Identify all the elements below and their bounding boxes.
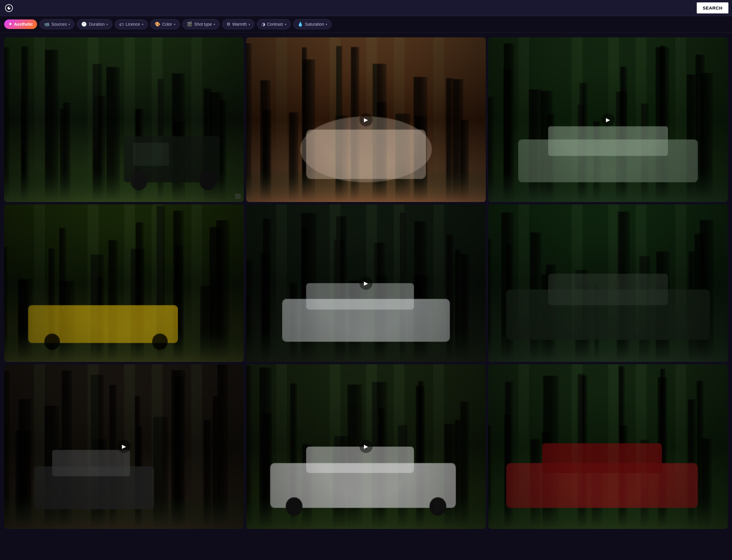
search-button[interactable]: SEARCH bbox=[697, 2, 728, 13]
filter-chip-saturation[interactable]: 💧 Saturation ▾ bbox=[293, 19, 332, 29]
filter-chip-duration[interactable]: 🕐 Duration ▾ bbox=[77, 19, 112, 29]
thumbnail-canvas bbox=[488, 364, 728, 529]
chevron-icon: ▾ bbox=[285, 23, 286, 26]
filter-label-color: Color bbox=[162, 22, 172, 27]
watermark-logo: ⬛ bbox=[235, 193, 241, 199]
svg-point-2 bbox=[9, 7, 10, 8]
duration-icon: 🕐 bbox=[81, 22, 87, 27]
video-thumbnail[interactable]: ▶ bbox=[246, 364, 486, 529]
chevron-icon: ▾ bbox=[326, 23, 327, 26]
filter-chip-warmth[interactable]: ⚙ Warmth ▾ bbox=[222, 19, 254, 29]
video-thumbnail[interactable] bbox=[488, 364, 728, 529]
video-thumbnail[interactable]: ▶ bbox=[246, 37, 486, 202]
video-grid: ⬛▶▶▶▶▶ bbox=[0, 33, 732, 534]
filter-label-contrast: Contrast bbox=[267, 22, 283, 27]
search-bar: a car in the forest SEARCH bbox=[0, 0, 732, 16]
filter-chip-aesthetic[interactable]: ✦ Aesthetic bbox=[4, 19, 37, 29]
filter-label-shot-type: Shot type bbox=[194, 22, 212, 27]
video-thumbnail[interactable]: ▶ bbox=[488, 37, 728, 202]
filter-bar: ✦ Aesthetic 📹 Sources ▾🕐 Duration ▾🏷 Lic… bbox=[0, 16, 732, 33]
chevron-icon: ▾ bbox=[214, 23, 215, 26]
play-button[interactable]: ▶ bbox=[360, 440, 372, 453]
thumbnail-canvas bbox=[4, 37, 244, 202]
licence-icon: 🏷 bbox=[119, 22, 124, 27]
filter-label-saturation: Saturation bbox=[305, 22, 324, 27]
play-button[interactable]: ▶ bbox=[360, 113, 372, 126]
contrast-icon: ◑ bbox=[262, 22, 265, 27]
chevron-icon: ▾ bbox=[249, 23, 250, 26]
video-thumbnail[interactable] bbox=[488, 204, 728, 362]
eye-icon bbox=[4, 3, 14, 13]
filter-chip-contrast[interactable]: ◑ Contrast ▾ bbox=[257, 19, 291, 29]
color-icon: 🎨 bbox=[155, 22, 161, 27]
chevron-icon: ▾ bbox=[68, 23, 70, 26]
svg-point-1 bbox=[7, 7, 10, 10]
chevron-icon: ▾ bbox=[142, 23, 143, 26]
filter-chip-licence[interactable]: 🏷 Licence ▾ bbox=[115, 19, 148, 29]
video-thumbnail[interactable]: ▶ bbox=[4, 364, 244, 529]
filter-chip-color[interactable]: 🎨 Color ▾ bbox=[150, 19, 180, 29]
video-thumbnail[interactable]: ▶ bbox=[246, 204, 486, 362]
filter-chip-shot-type[interactable]: 🎬 Shot type ▾ bbox=[182, 19, 220, 29]
saturation-icon: 💧 bbox=[298, 22, 303, 27]
filter-label-sources: Sources bbox=[51, 22, 67, 27]
aesthetic-icon: ✦ bbox=[8, 22, 12, 27]
filter-label-licence: Licence bbox=[126, 22, 140, 27]
video-thumbnail[interactable]: ⬛ bbox=[4, 37, 244, 202]
filter-chip-sources[interactable]: 📹 Sources ▾ bbox=[39, 19, 74, 29]
search-input[interactable]: a car in the forest bbox=[17, 4, 694, 12]
filter-label-duration: Duration bbox=[89, 22, 105, 27]
filter-label-warmth: Warmth bbox=[232, 22, 247, 27]
chevron-icon: ▾ bbox=[174, 23, 175, 26]
play-button[interactable]: ▶ bbox=[601, 113, 615, 126]
thumbnail-canvas bbox=[4, 204, 244, 362]
play-button[interactable]: ▶ bbox=[360, 277, 372, 290]
chevron-icon: ▾ bbox=[106, 23, 108, 26]
shot-type-icon: 🎬 bbox=[187, 22, 192, 27]
sources-icon: 📹 bbox=[44, 22, 50, 27]
warmth-icon: ⚙ bbox=[227, 22, 230, 27]
thumbnail-canvas bbox=[488, 204, 728, 362]
play-button[interactable]: ▶ bbox=[117, 440, 131, 453]
filter-label-aesthetic: Aesthetic bbox=[14, 22, 33, 27]
video-thumbnail[interactable] bbox=[4, 204, 244, 362]
